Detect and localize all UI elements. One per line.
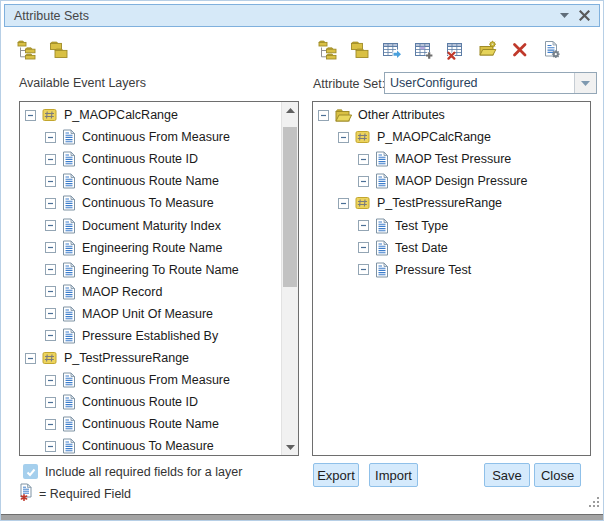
tree-item[interactable]: MAOP Design Pressure	[313, 170, 590, 192]
tree-item[interactable]: Test Date	[313, 237, 590, 259]
expand-event-layer-tree-icon[interactable]	[17, 40, 37, 60]
collapse-attribute-folders-icon[interactable]	[350, 40, 370, 60]
scroll-up-icon[interactable]	[282, 102, 298, 118]
required-field-legend: = Required Field	[39, 487, 131, 501]
tree-item[interactable]: Document Maturity Index	[20, 214, 281, 236]
collapse-toggle-icon[interactable]	[338, 198, 349, 209]
tree-item[interactable]: Continuous To Measure	[20, 192, 281, 214]
field-icon	[375, 173, 389, 189]
attribute-sets-dialog: Attribute Sets	[0, 0, 604, 521]
available-layers-tree-panel: P_MAOPCalcRange Continuous From Measure …	[19, 101, 299, 456]
tree-item[interactable]: P_TestPressureRange	[313, 192, 590, 214]
field-icon	[375, 151, 389, 167]
tree-item[interactable]: Continuous Route ID	[20, 148, 281, 170]
collapse-toggle-icon[interactable]	[45, 397, 56, 408]
scroll-down-icon[interactable]	[282, 439, 298, 455]
tree-item[interactable]: Continuous From Measure	[20, 126, 281, 148]
collapse-toggle-icon[interactable]	[358, 176, 369, 187]
tree-item[interactable]: Continuous Route Name	[20, 170, 281, 192]
delete-attribute-set-icon[interactable]	[510, 40, 530, 60]
tree-item-label: Continuous To Measure	[82, 196, 214, 210]
collapse-toggle-icon[interactable]	[338, 132, 349, 143]
tree-item-label: P_TestPressureRange	[377, 196, 502, 210]
collapse-toggle-icon[interactable]	[45, 154, 56, 165]
collapse-toggle-icon[interactable]	[45, 375, 56, 386]
tree-item[interactable]: P_MAOPCalcRange	[20, 104, 281, 126]
attribute-set-combobox[interactable]: UserConfigured	[384, 72, 597, 94]
tree-item-label: P_MAOPCalcRange	[377, 130, 491, 144]
tree-item-label: P_MAOPCalcRange	[64, 108, 178, 122]
collapse-toggle-icon[interactable]	[358, 242, 369, 253]
available-layers-tree: P_MAOPCalcRange Continuous From Measure …	[20, 104, 281, 455]
tree-item-label: Test Date	[395, 241, 448, 255]
dock-menu-icon[interactable]	[560, 13, 569, 18]
tree-item-label: Pressure Test	[395, 263, 471, 277]
tree-item-label: Continuous Route Name	[82, 417, 219, 431]
collapse-toggle-icon[interactable]	[25, 353, 36, 364]
collapse-toggle-icon[interactable]	[358, 220, 369, 231]
attribute-set-tree-panel: Other Attributes P_MAOPCalcRange MAOP Te…	[312, 101, 591, 456]
tree-item[interactable]: Test Type	[313, 214, 590, 236]
collapse-toggle-icon[interactable]	[45, 441, 56, 452]
tree-item[interactable]: Engineering Route Name	[20, 237, 281, 259]
tree-item[interactable]: Pressure Test	[313, 259, 590, 281]
scrollbar[interactable]	[281, 102, 298, 455]
tree-item-label: Pressure Established By	[82, 329, 218, 343]
collapse-toggle-icon[interactable]	[45, 286, 56, 297]
window-bottom-edge	[1, 514, 603, 520]
close-button[interactable]: Close	[534, 463, 581, 487]
collapse-toggle-icon[interactable]	[358, 154, 369, 165]
collapse-toggle-icon[interactable]	[45, 242, 56, 253]
collapse-toggle-icon[interactable]	[45, 308, 56, 319]
collapse-toggle-icon[interactable]	[358, 264, 369, 275]
expand-attribute-tree-icon[interactable]	[318, 40, 338, 60]
collapse-toggle-icon[interactable]	[318, 110, 329, 121]
tree-item[interactable]: Continuous From Measure	[20, 369, 281, 391]
toolbar-right	[318, 40, 562, 60]
collapse-toggle-icon[interactable]	[25, 110, 36, 121]
field-icon	[375, 240, 389, 256]
tree-item-label: Continuous To Measure	[82, 439, 214, 453]
collapse-toggle-icon[interactable]	[45, 220, 56, 231]
collapse-toggle-icon[interactable]	[45, 264, 56, 275]
tree-item-label: Other Attributes	[358, 108, 445, 122]
tree-item-label: MAOP Record	[82, 285, 162, 299]
tree-item[interactable]: MAOP Test Pressure	[313, 148, 590, 170]
attribute-set-properties-icon[interactable]	[542, 40, 562, 60]
tree-item[interactable]: Other Attributes	[313, 104, 590, 126]
field-icon	[62, 195, 76, 211]
attribute-set-tree: Other Attributes P_MAOPCalcRange MAOP Te…	[313, 104, 590, 455]
tree-item[interactable]: Pressure Established By	[20, 325, 281, 347]
collapse-toggle-icon[interactable]	[45, 419, 56, 430]
include-required-fields-checkbox[interactable]	[23, 464, 38, 479]
new-attribute-set-folder-icon[interactable]	[478, 40, 498, 60]
collapse-toggle-icon[interactable]	[45, 176, 56, 187]
dropdown-arrow-icon[interactable]	[574, 73, 596, 93]
collapse-toggle-icon[interactable]	[45, 330, 56, 341]
scrollbar-thumb[interactable]	[283, 127, 297, 287]
import-button[interactable]: Import	[369, 463, 418, 487]
export-button[interactable]: Export	[313, 463, 359, 487]
tree-item[interactable]: Continuous Route ID	[20, 391, 281, 413]
close-icon[interactable]	[579, 10, 590, 21]
tree-item[interactable]: Continuous Route Name	[20, 413, 281, 435]
tree-item[interactable]: MAOP Record	[20, 281, 281, 303]
save-button[interactable]: Save	[484, 463, 530, 487]
resize-grip[interactable]	[587, 494, 600, 512]
field-icon	[62, 416, 76, 432]
tree-item[interactable]: Continuous To Measure	[20, 435, 281, 455]
titlebar[interactable]: Attribute Sets	[4, 4, 600, 27]
field-icon	[375, 262, 389, 278]
tree-item[interactable]: Engineering To Route Name	[20, 259, 281, 281]
tree-item[interactable]: P_MAOPCalcRange	[313, 126, 590, 148]
collapse-toggle-icon[interactable]	[45, 198, 56, 209]
add-attribute-table-icon[interactable]	[414, 40, 434, 60]
field-icon	[62, 262, 76, 278]
export-attribute-table-icon[interactable]	[382, 40, 402, 60]
include-required-fields-label: Include all required fields for a layer	[45, 465, 242, 479]
collapse-toggle-icon[interactable]	[45, 132, 56, 143]
collapse-event-layer-folders-icon[interactable]	[49, 40, 69, 60]
tree-item[interactable]: P_TestPressureRange	[20, 347, 281, 369]
remove-attribute-table-icon[interactable]	[446, 40, 466, 60]
tree-item[interactable]: MAOP Unit Of Measure	[20, 303, 281, 325]
